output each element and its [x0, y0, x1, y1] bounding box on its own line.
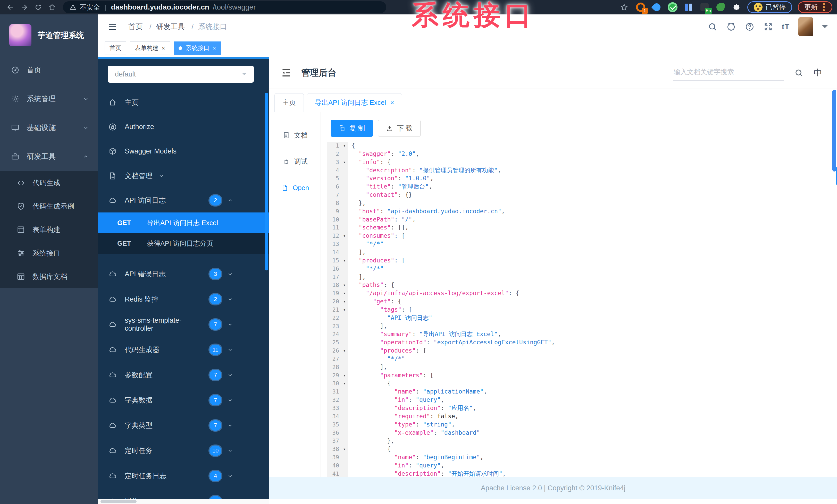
- group-select[interactable]: default: [108, 66, 254, 83]
- tag-item[interactable]: 首页: [105, 41, 126, 55]
- controller-item[interactable]: 参数配置 7: [98, 362, 269, 388]
- sidebar-item[interactable]: 系统管理: [0, 85, 98, 113]
- controller-item[interactable]: 字典类型 7: [98, 413, 269, 438]
- breadcrumb-item[interactable]: 首页 /: [128, 22, 156, 32]
- controller-item[interactable]: 字典数据 7: [98, 388, 269, 413]
- back-icon[interactable]: [5, 2, 16, 13]
- tag-item[interactable]: 表单构建 ×: [130, 41, 170, 55]
- fold-icon[interactable]: ▾: [341, 445, 348, 453]
- browser-extension-icon[interactable]: [731, 2, 742, 12]
- swagger-nav-item[interactable]: Swagger Models: [98, 139, 269, 164]
- mini-nav-item[interactable]: 文档: [269, 126, 321, 144]
- controller-item[interactable]: API 错误日志 3: [98, 261, 269, 287]
- doc-search-input[interactable]: 输入文档关键字搜索: [673, 66, 784, 81]
- mini-nav-item[interactable]: 调试: [269, 152, 321, 170]
- hscroll-thumb[interactable]: [101, 500, 137, 503]
- fold-icon[interactable]: ▾: [341, 297, 348, 306]
- reload-icon[interactable]: [33, 2, 44, 13]
- fold-icon[interactable]: ▾: [341, 379, 348, 388]
- browser-extension-icon[interactable]: [667, 2, 678, 12]
- download-button[interactable]: 下 载: [378, 120, 421, 137]
- line-number: 12: [327, 232, 341, 240]
- swagger-nav-item[interactable]: 主页: [98, 90, 269, 115]
- sidebar-item[interactable]: 系统接口: [0, 241, 98, 265]
- fullscreen-icon[interactable]: [763, 22, 773, 32]
- browser-menu-icon[interactable]: [823, 6, 825, 8]
- breadcrumb-item[interactable]: 研发工具 /: [156, 22, 198, 32]
- fold-icon[interactable]: ▾: [341, 232, 348, 240]
- help-icon[interactable]: [745, 22, 754, 32]
- collapse-menu-icon[interactable]: [281, 67, 292, 78]
- tab-close-icon[interactable]: ×: [390, 99, 394, 107]
- doc-search-icon[interactable]: [794, 68, 803, 77]
- controller-item[interactable]: sys-sms-template-controller 7: [98, 312, 269, 337]
- sidebar-item[interactable]: 首页: [0, 56, 98, 85]
- swagger-nav-item[interactable]: 文档管理: [98, 164, 269, 188]
- operation-item[interactable]: GET 获得API 访问日志分页: [98, 233, 269, 254]
- sidebar-item[interactable]: 代码生成示例: [0, 194, 98, 218]
- browser-extension-icon[interactable]: En: [699, 2, 710, 12]
- fold-icon[interactable]: ▾: [341, 158, 348, 166]
- sidebar-item[interactable]: 表单构建: [0, 218, 98, 241]
- update-button[interactable]: 更新: [798, 1, 832, 13]
- code-text: },: [348, 437, 394, 445]
- code-text: "type": "string",: [348, 421, 455, 429]
- controller-item[interactable]: 代码生成器 11: [98, 337, 269, 362]
- controller-item[interactable]: Redis 监控 2: [98, 287, 269, 312]
- hamburger-icon[interactable]: [107, 22, 118, 32]
- forward-icon[interactable]: [19, 2, 30, 13]
- browser-extension-icon[interactable]: [715, 2, 726, 12]
- github-icon[interactable]: [726, 22, 736, 32]
- fold-icon[interactable]: ▾: [341, 347, 348, 355]
- sidebar-item[interactable]: 研发工具: [0, 142, 98, 171]
- operation-item[interactable]: GET 导出API 访问日志 Excel: [98, 212, 269, 233]
- code-line: 2 "swagger": "2.0",: [327, 150, 830, 158]
- sidebar-item[interactable]: 代码生成: [0, 171, 98, 194]
- app-logo-row[interactable]: 芋道管理系统: [0, 14, 98, 51]
- home-icon[interactable]: [47, 2, 58, 13]
- sidebar-item[interactable]: 数据库文档: [0, 265, 98, 288]
- doc-tab[interactable]: 主页: [274, 93, 304, 112]
- doc-search: 输入文档关键字搜索 中: [673, 66, 826, 81]
- controller-item[interactable]: 定时任务 10: [98, 438, 269, 463]
- sidebar-item[interactable]: 基础设施: [0, 113, 98, 142]
- search-icon[interactable]: [708, 22, 717, 32]
- browser-extension-icon[interactable]: [683, 2, 694, 12]
- url-bar[interactable]: 不安全 | dashboard.yudao.iocoder.cn /tool/s…: [63, 1, 386, 13]
- copy-button[interactable]: 复 制: [331, 120, 373, 137]
- paused-pill[interactable]: 已暂停: [747, 1, 792, 13]
- horizontal-scrollbar[interactable]: [98, 499, 269, 504]
- sidebar-scrollbar-thumb[interactable]: [265, 93, 268, 270]
- mini-nav-item[interactable]: Open: [269, 179, 321, 197]
- chevron-down-icon[interactable]: [822, 25, 828, 31]
- page-scrollbar-thumb[interactable]: [832, 90, 836, 171]
- swagger-nav-item[interactable]: API 访问日志 2: [98, 188, 269, 212]
- language-icon[interactable]: 中: [814, 67, 822, 78]
- tag-item[interactable]: 系统接口 ×: [174, 41, 221, 55]
- controller-item[interactable]: 定时任务日志 4: [98, 463, 269, 488]
- json-editor[interactable]: 1▾{2 "swagger": "2.0",3▾ "info": {4 "des…: [327, 142, 830, 477]
- swagger-nav-item[interactable]: Authorize: [98, 115, 269, 139]
- font-size-icon[interactable]: tT: [782, 22, 789, 31]
- line-number: 2: [327, 150, 341, 158]
- line-number: 9: [327, 207, 341, 216]
- browser-extension-icon[interactable]: [652, 2, 662, 12]
- bookmark-star-icon[interactable]: [619, 2, 630, 13]
- fold-icon[interactable]: ▾: [341, 371, 348, 379]
- fold-icon[interactable]: ▾: [341, 257, 348, 265]
- breadcrumb-item[interactable]: 系统接口: [198, 22, 227, 32]
- fold-icon[interactable]: ▾: [341, 289, 348, 297]
- code-text: ],: [348, 322, 387, 331]
- fold-icon[interactable]: ▾: [341, 306, 348, 314]
- line-number: 36: [327, 429, 341, 437]
- doc-tab[interactable]: 导出API 访问日志 Excel ×: [307, 93, 402, 112]
- tag-close-icon[interactable]: ×: [162, 45, 165, 51]
- cloud-icon: [108, 320, 117, 329]
- browser-extension-icon[interactable]: 1: [636, 2, 646, 12]
- fold-icon[interactable]: ▾: [341, 142, 348, 150]
- avatar[interactable]: [798, 17, 813, 36]
- fold-gutter: [341, 470, 348, 477]
- tag-close-icon[interactable]: ×: [213, 45, 216, 51]
- fold-gutter: [341, 388, 348, 396]
- fold-icon[interactable]: ▾: [341, 281, 348, 289]
